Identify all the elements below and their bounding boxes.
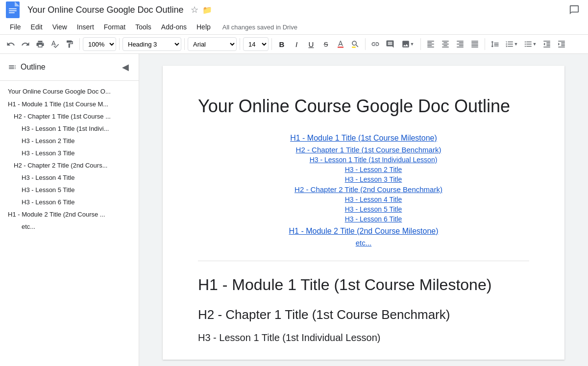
menu-edit[interactable]: Edit	[27, 22, 47, 32]
outline-list: Your Online Course Google Doc O... H1 - …	[0, 81, 139, 366]
outline-h3-4[interactable]: H3 - Lesson 5 Title	[0, 184, 139, 196]
toc-h3-4[interactable]: H3 - Lesson 5 Title	[198, 205, 529, 213]
outline-h3-1[interactable]: H3 - Lesson 2 Title	[0, 135, 139, 147]
toc-etc[interactable]: etc...	[198, 239, 529, 247]
sep-2	[119, 38, 120, 50]
outline-etc[interactable]: etc...	[0, 220, 139, 233]
line-spacing-button[interactable]	[488, 37, 502, 51]
folder-icon[interactable]: 📁	[202, 5, 212, 15]
svg-rect-5	[338, 47, 343, 48]
title-actions: ☆ 📁	[191, 4, 212, 15]
sep-8	[485, 38, 485, 50]
sep-7	[420, 38, 421, 50]
toc-h3-3[interactable]: H3 - Lesson 4 Title	[198, 195, 529, 203]
link-button[interactable]	[368, 37, 382, 51]
outline-h3-3[interactable]: H3 - Lesson 4 Title	[0, 171, 139, 184]
font-select[interactable]: Arial Times New Roman Courier New	[188, 37, 237, 51]
toc-h3-5[interactable]: H3 - Lesson 6 Title	[198, 215, 529, 223]
text-color-button[interactable]	[334, 37, 347, 51]
document-main-title: Your Online Course Google Doc Outline	[198, 95, 529, 118]
toc-h3-1[interactable]: H3 - Lesson 2 Title	[198, 166, 529, 173]
toc-h3-2[interactable]: H3 - Lesson 3 Title	[198, 175, 529, 183]
doc-icon	[6, 1, 20, 18]
section-h1-0: H1 - Module 1 Title (1st Course Mileston…	[198, 275, 529, 295]
outline-h1-0[interactable]: H1 - Module 1 Title (1st Course M...	[0, 98, 139, 110]
menu-format[interactable]: Format	[100, 22, 129, 32]
toc-h2-1[interactable]: H2 - Chapter 2 Title (2nd Course Benchma…	[198, 185, 529, 194]
align-right-button[interactable]	[453, 37, 467, 51]
sidebar-title: Outline	[21, 63, 46, 72]
document-page[interactable]: Your Online Course Google Doc Outline H1…	[163, 66, 564, 360]
outline-icon	[8, 63, 17, 72]
save-status: All changes saved in Drive	[222, 24, 297, 31]
italic-button[interactable]: I	[290, 37, 303, 51]
doc-divider-1	[198, 261, 529, 261]
svg-rect-4	[9, 12, 15, 13]
bulleted-list-button[interactable]: ▼	[521, 37, 539, 51]
sep-6	[365, 38, 366, 50]
comment-button[interactable]	[383, 37, 397, 51]
align-left-button[interactable]	[424, 37, 438, 51]
numbered-list-button[interactable]: ▼	[503, 37, 520, 51]
svg-rect-0	[6, 1, 20, 18]
align-center-button[interactable]	[439, 37, 452, 51]
sep-4	[240, 38, 240, 50]
menu-view[interactable]: View	[49, 22, 71, 32]
svg-rect-6	[352, 47, 356, 48]
star-icon[interactable]: ☆	[191, 4, 198, 15]
sidebar-header: Outline ◀	[0, 54, 139, 81]
bold-button[interactable]: B	[275, 37, 289, 51]
outline-h2-0[interactable]: H2 - Chapter 1 Title (1st Course ...	[0, 110, 139, 122]
redo-button[interactable]	[19, 37, 32, 51]
menu-file[interactable]: File	[6, 22, 25, 32]
undo-button[interactable]	[4, 37, 18, 51]
menu-help[interactable]: Help	[193, 22, 215, 32]
toc-h1-0[interactable]: H1 - Module 1 Title (1st Course Mileston…	[198, 134, 529, 143]
svg-rect-3	[9, 10, 17, 11]
sidebar: Outline ◀ Your Online Course Google Doc …	[0, 54, 139, 366]
sidebar-close-button[interactable]: ◀	[120, 60, 131, 74]
underline-button[interactable]: U	[304, 37, 318, 51]
outline-h3-0[interactable]: H3 - Lesson 1 Title (1st Indivi...	[0, 122, 139, 135]
main-layout: Outline ◀ Your Online Course Google Doc …	[0, 54, 588, 366]
document-title: Your Online Course Google Doc Outline	[27, 5, 184, 15]
sep-5	[271, 38, 272, 50]
outline-h1-1[interactable]: H1 - Module 2 Title (2nd Course ...	[0, 208, 139, 220]
sep-3	[184, 38, 185, 50]
highlight-button[interactable]	[348, 37, 362, 51]
spellcheck-button[interactable]	[48, 37, 62, 51]
outline-h2-1[interactable]: H2 - Chapter 2 Title (2nd Cours...	[0, 159, 139, 171]
toc-h2-0[interactable]: H2 - Chapter 1 Title (1st Course Benchma…	[198, 146, 529, 154]
title-bar: Your Online Course Google Doc Outline ☆ …	[0, 0, 588, 20]
menu-addons[interactable]: Add-ons	[157, 22, 191, 32]
decrease-indent-button[interactable]	[540, 37, 554, 51]
menu-bar: File Edit View Insert Format Tools Add-o…	[0, 20, 588, 34]
justify-button[interactable]	[468, 37, 482, 51]
toc-block: H1 - Module 1 Title (1st Course Mileston…	[198, 134, 529, 247]
image-button[interactable]: ▼	[398, 37, 417, 51]
section-h2-0: H2 - Chapter 1 Title (1st Course Benchma…	[198, 307, 529, 323]
zoom-select[interactable]: 100% 75% 125% 150%	[83, 37, 116, 51]
sep-1	[79, 38, 80, 50]
toc-h1-1[interactable]: H1 - Module 2 Title (2nd Course Mileston…	[198, 227, 529, 236]
outline-h3-5[interactable]: H3 - Lesson 6 Title	[0, 196, 139, 208]
menu-tools[interactable]: Tools	[131, 22, 155, 32]
section-h3-0: H3 - Lesson 1 Title (1st Individual Less…	[198, 331, 529, 344]
menu-insert[interactable]: Insert	[73, 22, 98, 32]
increase-indent-button[interactable]	[555, 37, 568, 51]
style-select[interactable]: Heading 3 Normal text Heading 1 Heading …	[122, 37, 181, 51]
toolbar: 100% 75% 125% 150% Heading 3 Normal text…	[0, 34, 588, 54]
document-area: Your Online Course Google Doc Outline H1…	[139, 54, 588, 366]
outline-doc-title[interactable]: Your Online Course Google Doc O...	[0, 85, 139, 98]
strikethrough-button[interactable]: S	[319, 37, 333, 51]
fontsize-select[interactable]: 14 10 12 16 18 24 36	[243, 37, 269, 51]
paint-format-button[interactable]	[63, 37, 76, 51]
outline-h3-2[interactable]: H3 - Lesson 3 Title	[0, 147, 139, 159]
svg-rect-2	[9, 8, 17, 9]
toc-h3-0[interactable]: H3 - Lesson 1 Title (1st Individual Less…	[198, 156, 529, 164]
print-button[interactable]	[33, 37, 47, 51]
chat-button[interactable]	[566, 2, 582, 18]
